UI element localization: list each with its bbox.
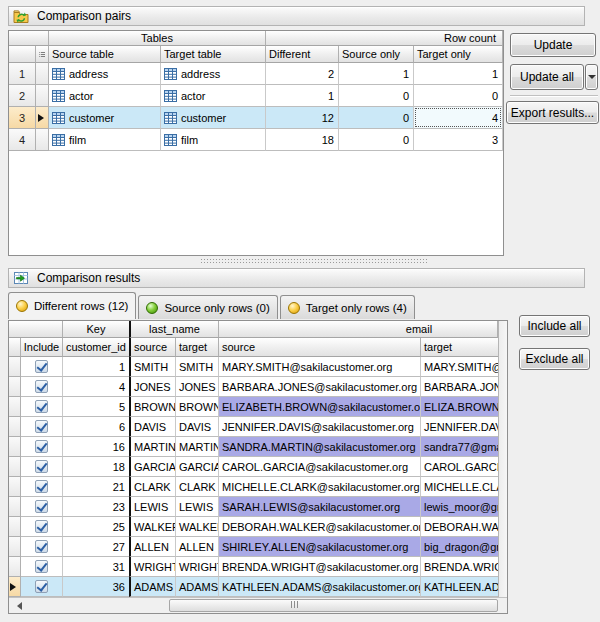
results-row-1[interactable]: 1SMITHSMITHMARY.SMITH@sakilacustomer.org… [9,357,507,377]
lastname-source-cell[interactable]: JONES [129,377,176,397]
target-table-cell[interactable]: address [161,63,266,85]
lastname-target-cell[interactable]: WALKER [176,517,219,537]
tab-target-only-rows-4-[interactable]: Target only rows (4) [280,295,415,319]
update-all-button[interactable]: Update all [510,64,584,90]
update-all-dropdown-button[interactable] [585,64,598,90]
col-header-lastname-source[interactable]: source [129,338,176,357]
email-source-cell[interactable]: MARY.SMITH@sakilacustomer.org [219,357,421,377]
include-checkbox[interactable] [35,500,48,513]
email-source-cell[interactable]: ELIZABETH.BROWN@sakilacustomer.org [219,397,421,417]
panel-splitter[interactable] [200,258,428,265]
include-cell[interactable] [21,417,63,437]
different-count-cell[interactable]: 18 [266,129,339,151]
email-target-cell[interactable]: lewis_moor@gmail.com [421,497,498,517]
results-row-25[interactable]: 25WALKERWALKERDEBORAH.WALKER@sakilacusto… [9,517,507,537]
include-checkbox[interactable] [35,540,48,553]
customer-id-cell[interactable]: 21 [63,477,129,497]
lastname-source-cell[interactable]: LEWIS [129,497,176,517]
target-only-count-cell[interactable]: 1 [414,63,503,85]
email-target-cell[interactable]: MICHELLE.CLARK@sakilacustomer.org [421,477,498,497]
pairs-row-film[interactable]: 4filmfilm1803 [9,129,503,151]
email-target-cell[interactable]: sandra77@gmail.com [421,437,498,457]
customer-id-cell[interactable]: 16 [63,437,129,457]
results-row-4[interactable]: 4JONESJONESBARBARA.JONES@sakilacustomer.… [9,377,507,397]
lastname-target-cell[interactable]: DAVIS [176,417,219,437]
col-header-include[interactable]: Include [21,338,63,357]
email-target-cell[interactable]: ELIZA.BROWN@sakilacustomer.org [421,397,498,417]
customer-id-cell[interactable]: 18 [63,457,129,477]
customer-id-cell[interactable]: 36 [63,577,129,597]
lastname-source-cell[interactable]: WRIGHT [129,557,176,577]
include-cell[interactable] [21,357,63,377]
include-cell[interactable] [21,437,63,457]
col-header-customer-id[interactable]: customer_id [63,338,129,357]
include-cell[interactable] [21,557,63,577]
source-only-count-cell[interactable]: 0 [339,107,414,129]
include-cell[interactable] [21,477,63,497]
target-only-count-cell[interactable]: 3 [414,129,503,151]
include-cell[interactable] [21,517,63,537]
include-checkbox[interactable] [35,400,48,413]
include-checkbox[interactable] [35,580,48,593]
email-source-cell[interactable]: CAROL.GARCIA@sakilacustomer.org [219,457,421,477]
col-header-target-table[interactable]: Target table [161,46,266,63]
customer-id-cell[interactable]: 23 [63,497,129,517]
include-checkbox[interactable] [35,520,48,533]
lastname-source-cell[interactable]: WALKER [129,517,176,537]
lastname-source-cell[interactable]: ADAMS [129,577,176,597]
col-header-source-only[interactable]: Source only [339,46,414,63]
lastname-source-cell[interactable]: SMITH [129,357,176,377]
lastname-target-cell[interactable]: SMITH [176,357,219,377]
lastname-target-cell[interactable]: CLARK [176,477,219,497]
different-count-cell[interactable]: 12 [266,107,339,129]
tab-different-rows-12-[interactable]: Different rows (12) [8,292,136,319]
scroll-left-arrow-icon[interactable] [9,598,26,613]
customer-id-cell[interactable]: 1 [63,357,129,377]
source-only-count-cell[interactable]: 0 [339,129,414,151]
col-header-source-table[interactable]: Source table [49,46,161,63]
email-source-cell[interactable]: BRENDA.WRIGHT@sakilacustomer.org [219,557,421,577]
customer-id-cell[interactable]: 25 [63,517,129,537]
email-target-cell[interactable]: JENNIFER.DAVIS@sakilacustomer.org [421,417,498,437]
include-all-button[interactable]: Include all [519,315,590,337]
include-checkbox[interactable] [35,420,48,433]
vertical-scrollbar[interactable] [498,321,507,597]
source-only-count-cell[interactable]: 0 [339,85,414,107]
lastname-source-cell[interactable]: CLARK [129,477,176,497]
email-target-cell[interactable]: KATHLEEN.ADAMS@sakilacustomer.org [421,577,498,597]
column-chooser-icon[interactable] [36,46,49,63]
results-row-31[interactable]: 31WRIGHTWRIGHTBRENDA.WRIGHT@sakilacustom… [9,557,507,577]
customer-id-cell[interactable]: 27 [63,537,129,557]
lastname-source-cell[interactable]: BROWN [129,397,176,417]
include-checkbox[interactable] [35,560,48,573]
include-cell[interactable] [21,577,63,597]
results-row-27[interactable]: 27ALLENALLENSHIRLEY.ALLEN@sakilacustomer… [9,537,507,557]
col-header-lastname-target[interactable]: target [176,338,219,357]
target-table-cell[interactable]: actor [161,85,266,107]
different-count-cell[interactable]: 2 [266,63,339,85]
col-header-email-source[interactable]: source [219,338,421,357]
exclude-all-button[interactable]: Exclude all [519,348,590,370]
include-checkbox[interactable] [35,480,48,493]
include-checkbox[interactable] [35,360,48,373]
source-table-cell[interactable]: film [49,129,161,151]
email-source-cell[interactable]: DEBORAH.WALKER@sakilacustomer.org [219,517,421,537]
tab-source-only-rows-0-[interactable]: Source only rows (0) [138,295,277,319]
email-source-cell[interactable]: SARAH.LEWIS@sakilacustomer.org [219,497,421,517]
results-row-18[interactable]: 18GARCIAGARCIACAROL.GARCIA@sakilacustome… [9,457,507,477]
horizontal-scrollbar[interactable] [9,597,507,613]
email-source-cell[interactable]: SHIRLEY.ALLEN@sakilacustomer.org [219,537,421,557]
email-source-cell[interactable]: SANDRA.MARTIN@sakilacustomer.org [219,437,421,457]
lastname-target-cell[interactable]: GARCIA [176,457,219,477]
lastname-source-cell[interactable]: GARCIA [129,457,176,477]
col-header-email-target[interactable]: target [421,338,498,357]
results-row-16[interactable]: 16MARTINMARTINSANDRA.MARTIN@sakilacustom… [9,437,507,457]
email-source-cell[interactable]: KATHLEEN.ADAMS@sakilacustomer.org [219,577,421,597]
results-row-21[interactable]: 21CLARKCLARKMICHELLE.CLARK@sakilacustome… [9,477,507,497]
email-source-cell[interactable]: MICHELLE.CLARK@sakilacustomer.org [219,477,421,497]
lastname-target-cell[interactable]: ALLEN [176,537,219,557]
email-target-cell[interactable]: BARBARA.JONES@sakilacustomer.org [421,377,498,397]
include-cell[interactable] [21,377,63,397]
include-cell[interactable] [21,537,63,557]
email-source-cell[interactable]: BARBARA.JONES@sakilacustomer.org [219,377,421,397]
